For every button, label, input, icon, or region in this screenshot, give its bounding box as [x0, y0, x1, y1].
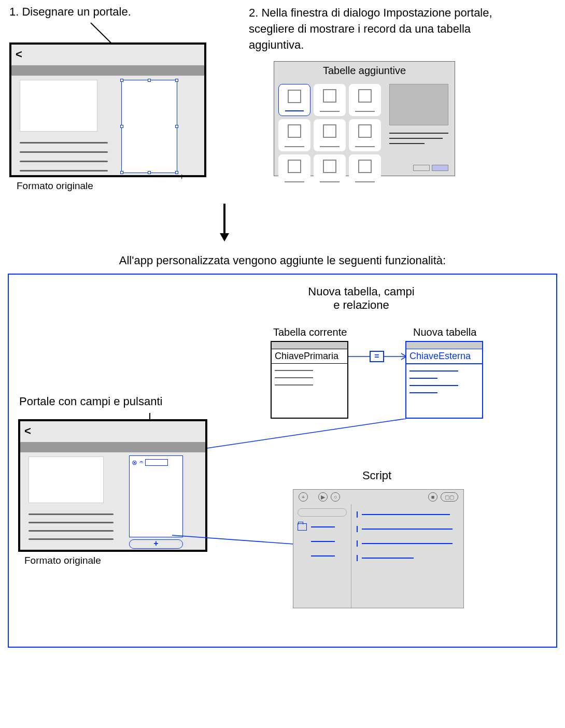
- current-table-box: ChiavePrimaria: [271, 341, 348, 419]
- crosshair-icon: +: [179, 172, 184, 181]
- text-line: [20, 151, 108, 153]
- layout-window-2: < ⊗ 𝄐 +: [18, 419, 207, 552]
- primary-key-field: ChiavePrimaria: [272, 349, 347, 364]
- delete-row-icon[interactable]: ⊗: [132, 459, 137, 466]
- script-steps-pane: [351, 504, 463, 608]
- table-preview: [389, 84, 448, 125]
- layout-window-1: < +: [9, 42, 206, 177]
- step1-text: 1. Disegnare un portale.: [9, 5, 131, 19]
- result-intro-text: All'app personalizzata vengono aggiunte …: [0, 254, 565, 267]
- add-icon[interactable]: +: [299, 492, 308, 502]
- equals-icon: =: [370, 351, 384, 362]
- portal-field[interactable]: [145, 459, 168, 466]
- connector-portal-script: [172, 534, 294, 546]
- desc-line: [389, 133, 448, 134]
- table-tile[interactable]: [349, 84, 381, 116]
- script-step[interactable]: [357, 538, 458, 548]
- desc-line: [389, 138, 443, 139]
- new-table-box: ChiaveEsterna: [405, 341, 483, 419]
- tables-grid: [274, 80, 385, 191]
- text-line: [29, 530, 114, 532]
- chevron-back-icon: <: [24, 424, 31, 438]
- results-container: Nuova tabella, campi e relazione Tabella…: [8, 274, 557, 648]
- text-line: [20, 170, 108, 172]
- record-icon[interactable]: ○: [331, 492, 340, 502]
- table-tile[interactable]: [314, 119, 346, 151]
- attach-icon[interactable]: 𝄐: [139, 458, 143, 466]
- image-placeholder: [29, 456, 104, 503]
- caption-layout2: Formato originale: [24, 555, 101, 566]
- script-list-pane: [293, 504, 351, 608]
- text-line: [20, 142, 108, 144]
- text-line: [29, 538, 114, 540]
- table-tile[interactable]: [278, 84, 310, 116]
- script-item[interactable]: [311, 536, 347, 546]
- table-tile[interactable]: [314, 84, 346, 116]
- layout-toolbar: [20, 442, 205, 452]
- table-tile[interactable]: [278, 119, 310, 151]
- new-table-label: Nuova tabella: [413, 326, 476, 338]
- table-tile[interactable]: [278, 154, 310, 187]
- folder-icon: [298, 523, 307, 531]
- script-step[interactable]: [357, 524, 458, 533]
- script-window: + ▶ ○ ■ ▢▢: [293, 489, 464, 608]
- caption-layout1: Formato originale: [17, 180, 93, 192]
- layout-toggle-icon[interactable]: ▢▢: [441, 492, 458, 502]
- cancel-button[interactable]: [413, 165, 430, 171]
- script-item[interactable]: [311, 551, 347, 560]
- text-line: [29, 522, 114, 523]
- table-tile[interactable]: [314, 154, 346, 187]
- script-step[interactable]: [357, 553, 458, 562]
- chevron-back-icon: <: [16, 48, 22, 61]
- portal-with-buttons: ⊗ 𝄐: [129, 455, 183, 537]
- portal-selection[interactable]: [121, 80, 177, 173]
- text-line: [20, 161, 108, 162]
- addon-tables-dialog: Tabelle aggiuntive: [274, 61, 455, 176]
- layout-toolbar: [11, 65, 204, 76]
- dialog-title: Tabelle aggiuntive: [274, 62, 455, 80]
- new-table-heading: Nuova tabella, campi e relazione: [278, 285, 444, 312]
- stop-icon[interactable]: ■: [428, 492, 437, 502]
- script-step[interactable]: [357, 509, 458, 519]
- arrow-down-icon: [217, 201, 232, 242]
- script-label: Script: [346, 469, 408, 482]
- svg-marker-3: [220, 233, 229, 241]
- current-table-label: Tabella corrente: [273, 326, 347, 338]
- play-icon[interactable]: ▶: [318, 492, 328, 502]
- desc-line: [389, 143, 425, 144]
- script-search-input[interactable]: [298, 508, 347, 517]
- image-placeholder: [20, 80, 97, 132]
- script-folder[interactable]: [298, 522, 347, 531]
- ok-button[interactable]: [432, 165, 448, 171]
- step2-text: 2. Nella finestra di dialogo Impostazion…: [249, 5, 492, 53]
- text-line: [29, 513, 114, 515]
- table-tile[interactable]: [349, 119, 381, 151]
- foreign-key-field: ChiaveEsterna: [406, 349, 482, 364]
- portal-label: Portale con campi e pulsanti: [19, 395, 162, 408]
- table-tile[interactable]: [349, 154, 381, 187]
- svg-line-8: [172, 535, 294, 544]
